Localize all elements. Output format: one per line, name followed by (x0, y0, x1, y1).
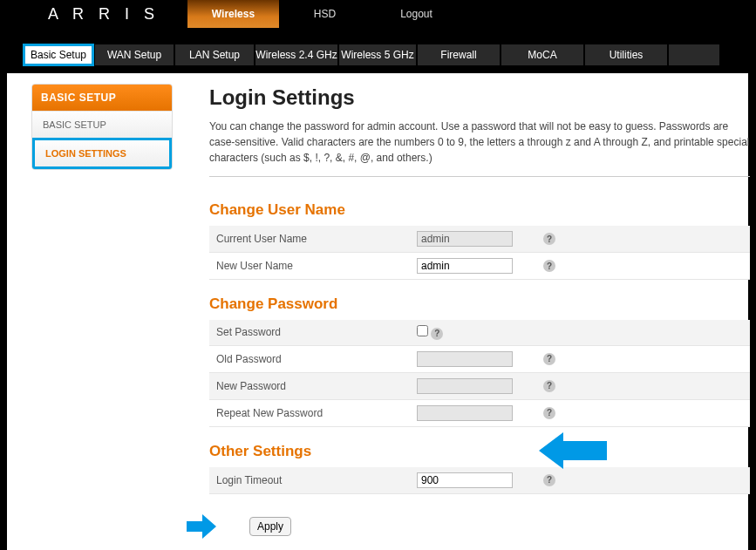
tab-basic-setup[interactable]: Basic Setup (23, 44, 94, 66)
top-bar: A R R I S Wireless HSD Logout (0, 0, 756, 28)
tab-wireless-24[interactable]: Wireless 2.4 GHz (255, 44, 338, 66)
brand-logo: A R R I S (48, 0, 187, 28)
tab-lan-setup[interactable]: LAN Setup (174, 44, 255, 66)
label-login-timeout: Login Timeout (209, 467, 410, 494)
sidebar-item-login-settings[interactable]: LOGIN SETTINGS (32, 138, 172, 169)
topnav-hsd[interactable]: HSD (279, 0, 371, 28)
row-set-password: Set Password ? (209, 320, 750, 345)
tab-wireless-5[interactable]: Wireless 5 GHz (338, 44, 417, 66)
help-icon[interactable]: ? (543, 407, 555, 419)
tab-utilities[interactable]: Utilities (584, 44, 668, 66)
help-icon[interactable]: ? (543, 233, 555, 245)
checkbox-set-password[interactable] (417, 325, 428, 336)
form-change-username: Current User Name ? New User Name ? (209, 226, 750, 280)
topnav-wireless[interactable]: Wireless (187, 0, 279, 28)
form-change-password: Set Password ? Old Password ? New Passwo… (209, 320, 750, 427)
label-repeat-password: Repeat New Password (209, 399, 410, 426)
row-login-timeout: Login Timeout ? (209, 467, 750, 494)
sidebar-header: BASIC SETUP (32, 85, 172, 111)
help-icon[interactable]: ? (543, 380, 555, 392)
label-set-password: Set Password (209, 320, 410, 345)
page-title: Login Settings (209, 85, 750, 110)
section-change-username: Change User Name (209, 201, 750, 219)
apply-button[interactable]: Apply (249, 517, 291, 536)
apply-row: Apply (187, 513, 291, 540)
input-old-password[interactable] (417, 351, 513, 367)
input-new-password[interactable] (417, 378, 513, 394)
help-icon[interactable]: ? (543, 353, 555, 365)
sidebar-item-basic-setup[interactable]: BASIC SETUP (32, 111, 172, 138)
input-repeat-password[interactable] (417, 405, 513, 421)
svg-marker-1 (187, 514, 216, 539)
callout-arrow-apply (187, 513, 216, 540)
row-old-password: Old Password ? (209, 345, 750, 372)
form-other-settings: Login Timeout ? (209, 467, 750, 494)
divider (209, 176, 750, 177)
tabs-strip: Basic Setup WAN Setup LAN Setup Wireless… (0, 28, 756, 66)
sidebar: BASIC SETUP BASIC SETUP LOGIN SETTINGS (31, 84, 173, 170)
page-description: You can change the password for admin ac… (209, 119, 750, 166)
tab-extra[interactable] (668, 44, 720, 66)
section-change-password: Change Password (209, 295, 750, 313)
tab-wan-setup[interactable]: WAN Setup (94, 44, 174, 66)
row-new-username: New User Name ? (209, 253, 750, 280)
input-current-username (417, 231, 513, 247)
row-current-username: Current User Name ? (209, 226, 750, 253)
svg-marker-0 (539, 432, 607, 469)
label-current-username: Current User Name (209, 226, 410, 253)
tabs: Basic Setup WAN Setup LAN Setup Wireless… (23, 44, 756, 66)
topnav-logout[interactable]: Logout (371, 0, 462, 28)
tab-moca[interactable]: MoCA (501, 44, 584, 66)
section-other-settings: Other Settings (209, 443, 750, 460)
help-icon[interactable]: ? (431, 328, 443, 340)
label-new-username: New User Name (209, 253, 410, 280)
top-nav: Wireless HSD Logout (187, 0, 462, 28)
row-repeat-password: Repeat New Password ? (209, 399, 750, 426)
input-new-username[interactable] (417, 258, 513, 274)
label-old-password: Old Password (209, 345, 410, 372)
callout-arrow-new-password (539, 429, 607, 472)
row-new-password: New Password ? (209, 372, 750, 399)
tab-firewall[interactable]: Firewall (417, 44, 501, 66)
input-login-timeout[interactable] (417, 472, 513, 488)
label-new-password: New Password (209, 372, 410, 399)
main-content: Login Settings You can change the passwo… (209, 78, 750, 494)
help-icon[interactable]: ? (543, 474, 555, 486)
help-icon[interactable]: ? (543, 260, 555, 272)
